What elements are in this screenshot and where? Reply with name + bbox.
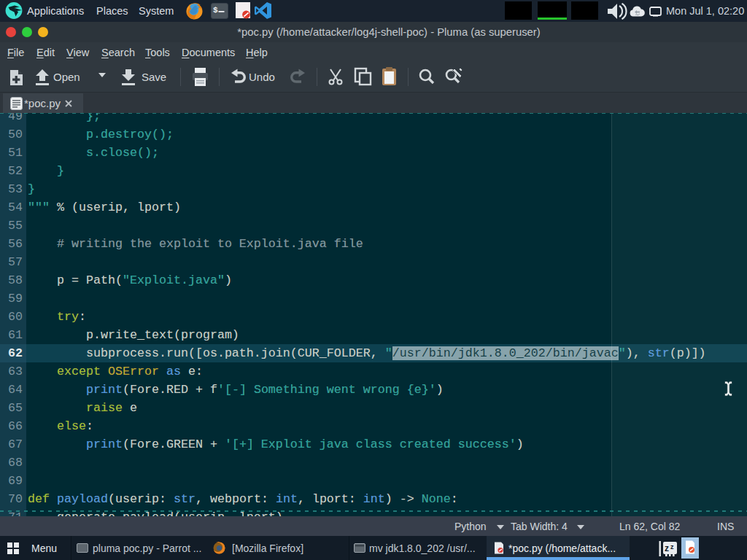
svg-text:z: z <box>670 543 674 551</box>
svg-text:z: z <box>665 543 669 553</box>
svg-text:$: $ <box>213 6 218 15</box>
